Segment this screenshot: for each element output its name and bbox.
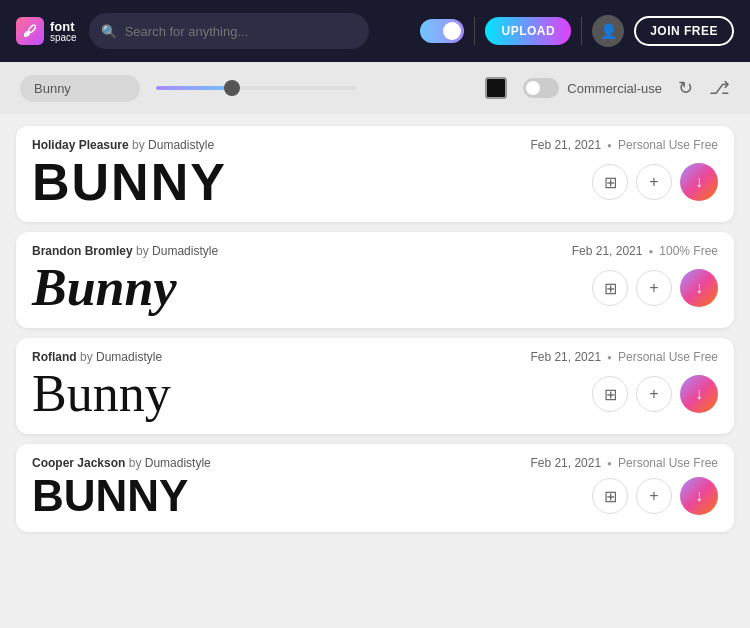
card-header: Holiday Pleasure by Dumadistyle Feb 21, … — [32, 138, 718, 152]
card-header: Brandon Bromley by Dumadistyle Feb 21, 2… — [32, 244, 718, 258]
card-body: BUNNY ⊞ + ↓ — [32, 474, 718, 518]
card-actions: ⊞ + ↓ — [592, 375, 718, 413]
card-body: Bunny ⊞ + ↓ — [32, 368, 718, 420]
topbar-right: UPLOAD 👤 JOIN FREE — [420, 15, 734, 47]
card-meta-left: Rofland by Dumadistyle — [32, 350, 162, 364]
dot-separator: ● — [607, 459, 612, 468]
add-button[interactable]: + — [636, 478, 672, 514]
divider2 — [581, 17, 582, 45]
card-meta-right: Feb 21, 2021 ● 100% Free — [572, 244, 718, 258]
share-button[interactable]: ⎇ — [709, 77, 730, 99]
dot-separator: ● — [607, 353, 612, 362]
card-header: Cooper Jackson by Dumadistyle Feb 21, 20… — [32, 456, 718, 470]
upload-button[interactable]: UPLOAD — [485, 17, 571, 45]
font-name: Brandon Bromley — [32, 244, 133, 258]
download-button[interactable]: ↓ — [680, 375, 718, 413]
font-date: Feb 21, 2021 — [530, 350, 601, 364]
dark-mode-toggle[interactable] — [420, 19, 464, 43]
license-badge: Personal Use Free — [618, 350, 718, 364]
font-date: Feb 21, 2021 — [530, 138, 601, 152]
filterbar: Commercial-use ↻ ⎇ — [0, 62, 750, 114]
card-body: BUNNY ⊞ + ↓ — [32, 156, 718, 208]
cards-container: Holiday Pleasure by Dumadistyle Feb 21, … — [0, 114, 750, 628]
by-label: by — [136, 244, 152, 258]
font-date: Feb 21, 2021 — [572, 244, 643, 258]
font-name: Holiday Pleasure — [32, 138, 129, 152]
logo[interactable]: 🖋 font space — [16, 17, 77, 45]
font-preview: Bunny — [32, 368, 171, 420]
font-name: Rofland — [32, 350, 77, 364]
join-button[interactable]: JOIN FREE — [634, 16, 734, 46]
topbar: 🖋 font space 🔍 UPLOAD 👤 JOIN FREE — [0, 0, 750, 62]
by-label: by — [80, 350, 96, 364]
image-action-button[interactable]: ⊞ — [592, 478, 628, 514]
download-button[interactable]: ↓ — [680, 163, 718, 201]
license-badge: 100% Free — [659, 244, 718, 258]
license-badge: Personal Use Free — [618, 456, 718, 470]
card-meta-right: Feb 21, 2021 ● Personal Use Free — [530, 138, 718, 152]
add-button[interactable]: + — [636, 164, 672, 200]
commercial-toggle-switch[interactable] — [523, 78, 559, 98]
font-preview: BUNNY — [32, 474, 188, 518]
slider-track[interactable] — [156, 86, 356, 90]
dot-separator: ● — [648, 247, 653, 256]
card-actions: ⊞ + ↓ — [592, 163, 718, 201]
font-author: Dumadistyle — [145, 456, 211, 470]
download-button[interactable]: ↓ — [680, 477, 718, 515]
download-button[interactable]: ↓ — [680, 269, 718, 307]
font-date: Feb 21, 2021 — [530, 456, 601, 470]
font-card: Cooper Jackson by Dumadistyle Feb 21, 20… — [16, 444, 734, 532]
add-button[interactable]: + — [636, 270, 672, 306]
font-author: Dumadistyle — [96, 350, 162, 364]
card-meta-left: Cooper Jackson by Dumadistyle — [32, 456, 211, 470]
image-action-button[interactable]: ⊞ — [592, 270, 628, 306]
dot-separator: ● — [607, 141, 612, 150]
card-meta-left: Brandon Bromley by Dumadistyle — [32, 244, 218, 258]
text-filter-input[interactable] — [20, 75, 140, 102]
card-actions: ⊞ + ↓ — [592, 477, 718, 515]
card-meta-right: Feb 21, 2021 ● Personal Use Free — [530, 350, 718, 364]
slider-thumb[interactable] — [224, 80, 240, 96]
font-card: Rofland by Dumadistyle Feb 21, 2021 ● Pe… — [16, 338, 734, 434]
by-label: by — [132, 138, 148, 152]
logo-text: font space — [50, 20, 77, 43]
image-action-button[interactable]: ⊞ — [592, 376, 628, 412]
divider — [474, 17, 475, 45]
commercial-toggle: Commercial-use — [523, 78, 662, 98]
card-meta-right: Feb 21, 2021 ● Personal Use Free — [530, 456, 718, 470]
font-preview: BUNNY — [32, 156, 227, 208]
font-name: Cooper Jackson — [32, 456, 125, 470]
commercial-label: Commercial-use — [567, 81, 662, 96]
add-button[interactable]: + — [636, 376, 672, 412]
refresh-button[interactable]: ↻ — [678, 77, 693, 99]
license-badge: Personal Use Free — [618, 138, 718, 152]
by-label: by — [129, 456, 145, 470]
font-author: Dumadistyle — [148, 138, 214, 152]
logo-icon: 🖋 — [16, 17, 44, 45]
search-icon: 🔍 — [101, 24, 117, 39]
card-meta-left: Holiday Pleasure by Dumadistyle — [32, 138, 214, 152]
font-preview: Bunny — [32, 262, 177, 314]
card-actions: ⊞ + ↓ — [592, 269, 718, 307]
card-body: Bunny ⊞ + ↓ — [32, 262, 718, 314]
font-author: Dumadistyle — [152, 244, 218, 258]
search-bar[interactable]: 🔍 — [89, 13, 369, 49]
search-input[interactable] — [125, 24, 357, 39]
font-card: Brandon Bromley by Dumadistyle Feb 21, 2… — [16, 232, 734, 328]
avatar[interactable]: 👤 — [592, 15, 624, 47]
image-action-button[interactable]: ⊞ — [592, 164, 628, 200]
size-slider[interactable] — [156, 86, 469, 90]
card-header: Rofland by Dumadistyle Feb 21, 2021 ● Pe… — [32, 350, 718, 364]
color-swatch[interactable] — [485, 77, 507, 99]
font-card: Holiday Pleasure by Dumadistyle Feb 21, … — [16, 126, 734, 222]
